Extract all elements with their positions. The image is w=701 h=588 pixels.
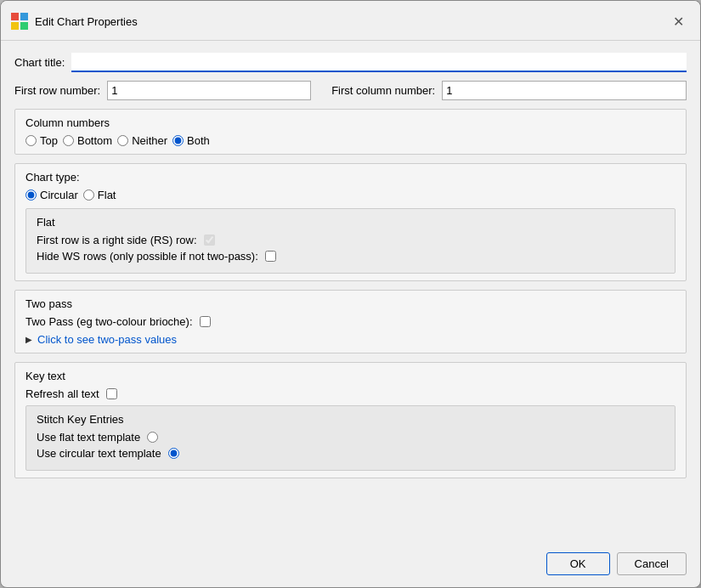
refresh-text-checkbox[interactable] (106, 388, 117, 399)
stitch-key-title: Stitch Key Entries (37, 413, 664, 426)
dialog-body: Chart title: First row number: First col… (1, 41, 700, 544)
svg-rect-0 (11, 13, 19, 20)
flat-subsection-title: Flat (37, 216, 664, 229)
dialog-footer: OK Cancel (1, 544, 700, 587)
chart-title-row: Chart title: (14, 53, 687, 72)
column-numbers-section: Column numbers Top Bottom Neither Both (14, 109, 687, 155)
chart-type-flat-radio[interactable] (83, 189, 94, 201)
flat-template-row: Use flat text template (37, 431, 664, 444)
key-text-section: Key text Refresh all text Stitch Key Ent… (14, 362, 687, 478)
first-row-rs-label: First row is a right side (RS) row: (37, 234, 197, 246)
title-bar-left: Edit Chart Properties (11, 13, 138, 30)
circular-template-radio[interactable] (168, 448, 179, 459)
first-row-rs-checkbox[interactable] (204, 235, 215, 246)
flat-subsection: Flat First row is a right side (RS) row:… (25, 208, 676, 274)
col-neither-option[interactable]: Neither (117, 134, 167, 147)
first-row-rs-row: First row is a right side (RS) row: (37, 234, 664, 246)
col-bottom-radio[interactable] (63, 135, 74, 146)
first-row-input[interactable] (107, 81, 311, 100)
two-pass-label: Two Pass (eg two-colour brioche): (25, 315, 193, 328)
col-top-option[interactable]: Top (25, 134, 58, 147)
col-bottom-label: Bottom (77, 134, 112, 147)
col-neither-radio[interactable] (117, 135, 128, 146)
col-bottom-option[interactable]: Bottom (63, 134, 112, 147)
title-bar: Edit Chart Properties ✕ (1, 1, 700, 41)
refresh-text-row: Refresh all text (25, 387, 676, 400)
svg-rect-2 (11, 22, 19, 30)
col-neither-label: Neither (132, 134, 167, 147)
dialog-title: Edit Chart Properties (35, 15, 138, 28)
svg-rect-3 (20, 22, 28, 30)
app-icon (11, 13, 28, 30)
stitch-key-box: Stitch Key Entries Use flat text templat… (25, 405, 676, 471)
ok-button[interactable]: OK (546, 552, 610, 575)
expand-arrow-icon: ▶ (25, 335, 32, 344)
two-pass-section: Two pass Two Pass (eg two-colour brioche… (14, 290, 687, 353)
chart-type-radio-group: Circular Flat (25, 189, 676, 201)
edit-chart-properties-dialog: Edit Chart Properties ✕ Chart title: Fir… (0, 0, 701, 588)
row-col-number-row: First row number: First column number: (14, 81, 687, 100)
column-numbers-radio-group: Top Bottom Neither Both (25, 134, 676, 147)
chart-type-flat-option[interactable]: Flat (83, 189, 116, 201)
hide-ws-row: Hide WS rows (only possible if not two-p… (37, 250, 664, 263)
refresh-text-label: Refresh all text (25, 387, 99, 400)
chart-type-section: Chart type: Circular Flat Flat First row… (14, 163, 687, 281)
col-both-label: Both (187, 134, 210, 147)
chart-type-title: Chart type: (25, 171, 676, 184)
two-pass-expand-row[interactable]: ▶ Click to see two-pass values (25, 333, 676, 346)
circular-template-row: Use circular text template (37, 447, 664, 460)
close-button[interactable]: ✕ (666, 9, 690, 33)
chart-title-input[interactable] (71, 53, 687, 72)
circular-template-label: Use circular text template (37, 447, 161, 460)
hide-ws-checkbox[interactable] (265, 251, 276, 262)
first-row-label: First row number: (14, 84, 100, 97)
chart-type-circular-label: Circular (40, 189, 78, 201)
cancel-button[interactable]: Cancel (617, 552, 687, 575)
col-both-radio[interactable] (172, 135, 184, 146)
col-top-label: Top (40, 134, 58, 147)
flat-template-label: Use flat text template (37, 431, 140, 444)
chart-type-circular-radio[interactable] (25, 189, 37, 201)
svg-rect-1 (20, 13, 28, 20)
column-numbers-title: Column numbers (25, 116, 676, 129)
two-pass-checkbox-row: Two Pass (eg two-colour brioche): (25, 315, 676, 328)
flat-template-radio[interactable] (147, 432, 158, 443)
key-text-title: Key text (25, 370, 676, 382)
col-top-radio[interactable] (25, 135, 37, 146)
chart-type-circular-option[interactable]: Circular (25, 189, 78, 201)
two-pass-checkbox[interactable] (200, 316, 211, 327)
two-pass-title: Two pass (25, 297, 676, 310)
hide-ws-label: Hide WS rows (only possible if not two-p… (37, 250, 258, 263)
first-col-input[interactable] (442, 81, 687, 100)
chart-title-label: Chart title: (14, 56, 65, 69)
chart-type-flat-label: Flat (98, 189, 116, 201)
col-both-option[interactable]: Both (172, 134, 210, 147)
first-col-label: First column number: (331, 84, 435, 97)
two-pass-expand-label[interactable]: Click to see two-pass values (37, 333, 177, 346)
